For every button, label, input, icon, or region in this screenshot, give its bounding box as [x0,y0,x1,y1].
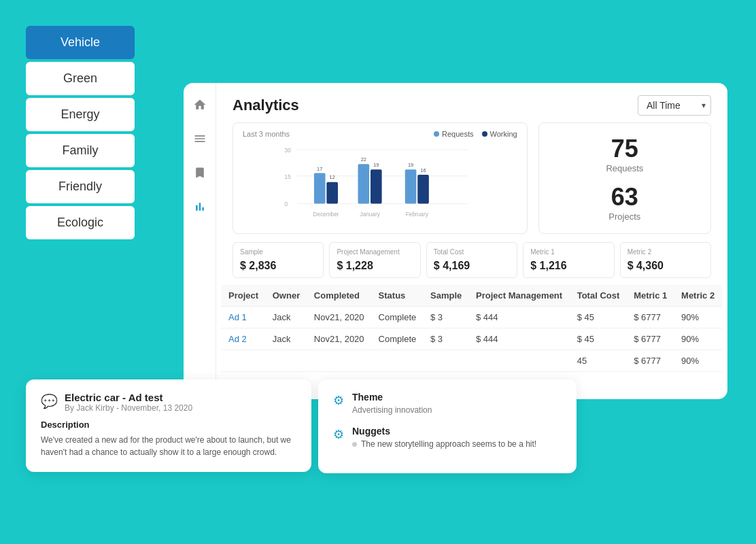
sidebar-item-energy[interactable]: Energy [26,98,135,131]
svg-text:16: 16 [420,167,426,173]
col-completed: Completed [307,285,372,307]
col-project: Project [222,285,266,307]
svg-text:30: 30 [285,147,292,154]
legend-dot-working [482,131,487,137]
nuggets-title: Nuggets [352,426,536,437]
stat-projects: 63 Projects [608,183,640,222]
sidebar-item-family[interactable]: Family [26,134,135,167]
nugget-item: The new storytelling approach seems to b… [352,439,536,449]
metric-total-cost-label: Total Cost [434,248,510,256]
svg-text:January: January [360,211,380,218]
time-dropdown-select[interactable]: All Time Last Month Last Week Last Year [638,95,711,116]
row1-status: Complete [372,307,424,328]
stat-requests: 75 Requests [606,135,643,173]
nuggets-section: ⚙ Nuggets The new storytelling approach … [333,426,562,449]
theme-content: Theme Advertising innovation [352,392,432,415]
svg-text:17: 17 [317,166,322,172]
row3-pm [469,350,570,372]
svg-text:February: February [406,211,429,218]
metric-pm-label: Project Management [337,248,413,256]
metric-2-value: $ 4,360 [628,260,704,272]
theme-title: Theme [352,392,432,403]
row1-total-cost: $ 45 [570,307,627,328]
stat-projects-value: 63 [611,183,638,211]
analytics-header: Analytics All Time Last Month Last Week … [216,83,727,122]
metric-1: Metric 1 $ 1,216 [523,242,614,278]
row1-project[interactable]: Ad 1 [222,307,266,328]
theme-section: ⚙ Theme Advertising innovation [333,392,562,415]
bar-chart-box: Last 3 months Requests Working 30 15 [233,122,528,234]
sidebar-item-friendly[interactable]: Friendly [26,170,135,203]
row1-sample: $ 3 [424,307,469,328]
list-icon[interactable] [190,129,209,148]
col-status: Status [372,285,424,307]
metric-1-label: Metric 1 [530,248,606,256]
col-owner: Owner [266,285,307,307]
metric-sample-value: $ 2,836 [240,260,316,272]
row3-metric2: 90% [674,350,722,372]
svg-rect-16 [405,169,417,203]
chat-icon: 💬 [41,393,58,409]
svg-rect-8 [326,182,338,204]
chart-period: Last 3 months [243,130,290,138]
bottom-card: 💬 Electric car - Ad test By Jack Kirby -… [26,379,311,472]
svg-rect-13 [371,169,382,203]
metric-2-label: Metric 2 [628,248,704,256]
row2-completed: Nov21, 2020 [307,328,372,350]
bottom-card-subtitle: By Jack Kirby - November, 13 2020 [65,403,192,413]
stat-requests-value: 75 [611,135,638,163]
legend-working: Working [482,130,517,138]
row2-status: Complete [372,328,424,350]
time-filter-dropdown[interactable]: All Time Last Month Last Week Last Year [638,95,711,116]
chart-label-row: Last 3 months Requests Working [243,130,517,138]
metrics-row: Sample $ 2,836 Project Management $ 1,22… [216,242,727,285]
col-total-cost: Total Cost [570,285,627,307]
row2-total-cost: $ 45 [570,328,627,350]
metric-pm-value: $ 1,228 [337,260,413,272]
bottom-card-title-block: Electric car - Ad test By Jack Kirby - N… [65,392,192,413]
home-icon[interactable] [190,95,209,114]
description-text: We've created a new ad for the product w… [41,434,296,458]
metric-total-cost-value: $ 4,169 [434,260,510,272]
sidebar-item-vehicle[interactable]: Vehicle [26,26,135,59]
row1-pm: $ 444 [469,307,570,328]
row1-metric1: $ 6777 [627,307,674,328]
row3-owner [266,350,307,372]
table-row: Ad 2 Jack Nov21, 2020 Complete $ 3 $ 444… [222,328,722,350]
description-label: Description [41,420,296,430]
legend-requests: Requests [434,130,473,138]
metric-1-value: $ 1,216 [530,260,606,272]
table-row: Ad 1 Jack Nov21, 2020 Complete $ 3 $ 444… [222,307,722,328]
row2-owner: Jack [266,328,307,350]
row3-project[interactable] [222,350,266,372]
data-table: Project Owner Completed Status Sample Pr… [222,285,722,372]
chart-section: Last 3 months Requests Working 30 15 [216,122,727,242]
row1-metric2: 90% [674,307,722,328]
sidebar-item-ecologic[interactable]: Ecologic [26,206,135,239]
row2-sample: $ 3 [424,328,469,350]
table-row: 45 $ 6777 90% [222,350,722,372]
bottom-card-title: Electric car - Ad test [65,392,192,403]
col-sample: Sample [424,285,469,307]
svg-text:15: 15 [285,173,292,180]
bookmark-icon[interactable] [190,163,209,182]
metric-sample-label: Sample [240,248,316,256]
theme-text: Advertising innovation [352,405,432,415]
row3-status [372,350,424,372]
row2-project[interactable]: Ad 2 [222,328,266,350]
content-area: Analytics All Time Last Month Last Week … [216,83,727,399]
row2-metric2: 90% [674,328,722,350]
row3-metric1: $ 6777 [627,350,674,372]
svg-rect-18 [417,175,429,203]
metric-pm: Project Management $ 1,228 [329,242,420,278]
svg-text:12: 12 [330,174,335,180]
sidebar-item-green[interactable]: Green [26,62,135,95]
svg-rect-6 [314,173,326,204]
theme-icon: ⚙ [333,393,344,408]
svg-text:19: 19 [408,162,413,168]
row3-completed [307,350,372,372]
chart-icon[interactable] [190,197,209,216]
row3-sample [424,350,469,372]
nugget-dot [352,442,357,447]
chart-legend: Requests Working [434,130,517,138]
